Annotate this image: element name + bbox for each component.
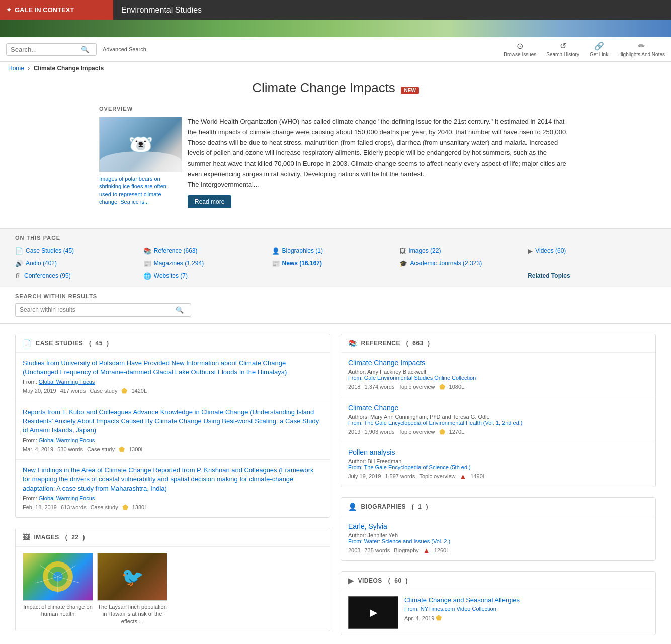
overview-label: OVERVIEW: [99, 106, 572, 112]
play-icon: ▶: [370, 606, 377, 618]
case-meta-2: Feb. 18, 2019 613 words Case study ⬟ 138…: [23, 503, 323, 511]
ref-source-0[interactable]: From: Gale Environmental Studies Online …: [348, 375, 648, 381]
image-caption[interactable]: Images of polar bears on shrinking ice f…: [99, 175, 180, 206]
finch-icon: 🐦: [121, 567, 144, 588]
overview-section: OVERVIEW 🐻‍❄️ Images of polar bears on s…: [99, 106, 572, 208]
images-grid: Impact of climate change on human health…: [16, 547, 330, 631]
case-studies-count: (: [87, 340, 91, 347]
ref-source-2[interactable]: From: The Gale Encyclopedia of Science (…: [348, 464, 648, 470]
breadcrumb-separator: ›: [28, 65, 30, 72]
image-caption-0: Impact of climate change on human health: [23, 603, 93, 618]
overview-text: The World Health Organization (WHO) has …: [188, 117, 572, 208]
news-icon: 📰: [272, 260, 280, 267]
read-more-button[interactable]: Read more: [188, 195, 231, 208]
ref-level-icon-2: ▲: [460, 472, 467, 480]
ref-source-1[interactable]: From: The Gale Encyclopedia of Environme…: [348, 420, 648, 426]
search-within-icon[interactable]: 🔍: [176, 306, 184, 314]
video-title-0[interactable]: Climate Change and Seasonal Allergies: [404, 596, 520, 604]
brand-name: GALE IN CONTEXT: [15, 6, 74, 14]
ref-meta-2: July 19, 2019 1,597 words Topic overview…: [348, 472, 648, 480]
overview-image-wrap: 🐻‍❄️ Images of polar bears on shrinking …: [99, 117, 180, 208]
academic-journals-icon: 🎓: [399, 260, 407, 267]
reference-icon: 📚: [143, 247, 151, 255]
browse-issues-icon: ⊙: [517, 41, 523, 51]
biographies-header: 👤 BIOGRAPHIES (1): [341, 498, 655, 516]
search-within-input[interactable]: [20, 306, 176, 313]
on-this-page-section: ON THIS PAGE 📄 Case Studies (45) 📚 Refer…: [0, 228, 671, 287]
magazines-icon: 📰: [143, 260, 151, 267]
conferences-icon: 🗓: [15, 272, 22, 280]
nav-item-case-studies[interactable]: 📄 Case Studies (45): [15, 246, 143, 256]
climate-health-chart: [25, 555, 91, 598]
get-link-button[interactable]: 🔗 Get Link: [590, 41, 608, 57]
image-caption-1: The Laysan finch population in Hawaii is…: [97, 603, 167, 625]
nav-grid: 📄 Case Studies (45) 📚 Reference (663) 👤 …: [15, 246, 656, 281]
video-source-0[interactable]: From: NYTimes.com Video Collection: [404, 606, 520, 612]
search-within-section: SEARCH WITHIN RESULTS 🔍: [0, 287, 671, 324]
hero-banner: [0, 20, 671, 37]
page-title-wrap: Climate Change Impacts New: [99, 80, 572, 96]
case-source-link-2[interactable]: Global Warming Focus: [39, 495, 95, 501]
biographies-section-icon: 👤: [348, 503, 357, 511]
level-icon-2: ⬟: [122, 503, 128, 511]
level-icon-0: ⬟: [121, 387, 127, 395]
search-input-wrap[interactable]: 🔍: [6, 43, 97, 56]
new-badge: New: [401, 87, 418, 94]
nav-item-news[interactable]: 📰 News (16,167): [272, 259, 400, 268]
search-within-input-wrap[interactable]: 🔍: [15, 303, 191, 317]
get-link-icon: 🔗: [594, 41, 604, 51]
video-level-icon-0: ⬟: [436, 614, 442, 622]
nav-item-academic-journals[interactable]: 🎓 Academic Journals (2,323): [399, 259, 528, 268]
nav-item-conferences[interactable]: 🗓 Conferences (95): [15, 271, 143, 281]
search-history-icon: ↺: [560, 41, 566, 51]
case-source-0: From: Global Warming Focus: [23, 379, 323, 385]
nav-item-images[interactable]: 🖼 Images (22): [399, 246, 528, 256]
nav-item-magazines[interactable]: 📰 Magazines (1,294): [143, 259, 272, 268]
nav-item-audio[interactable]: 🔊 Audio (402): [15, 259, 143, 268]
search-icon[interactable]: 🔍: [81, 46, 89, 53]
case-source-2: From: Global Warming Focus: [23, 495, 323, 501]
search-input[interactable]: [11, 46, 81, 53]
image-thumb-1[interactable]: 🐦: [97, 553, 167, 601]
breadcrumb-home[interactable]: Home: [8, 65, 24, 72]
header: ✦ GALE IN CONTEXT Environmental Studies: [0, 0, 671, 20]
browse-issues-button[interactable]: ⊙ Browse Issues: [504, 41, 536, 57]
case-source-link-1[interactable]: Global Warming Focus: [39, 437, 95, 443]
images-section-icon: 🖼: [23, 533, 30, 541]
ref-meta-1: 2019 1,903 words Topic overview ⬟ 1270L: [348, 428, 648, 436]
nav-item-biographies[interactable]: 👤 Biographies (1): [272, 246, 400, 256]
breadcrumb: Home › Climate Change Impacts: [0, 62, 671, 75]
search-bar: 🔍 Advanced Search ⊙ Browse Issues ↺ Sear…: [0, 37, 671, 62]
nav-item-reference[interactable]: 📚 Reference (663): [143, 246, 272, 256]
case-title-1[interactable]: Reports from T. Kubo and Colleagues Adva…: [23, 408, 323, 435]
search-history-button[interactable]: ↺ Search History: [546, 41, 579, 57]
nav-item-related-topics[interactable]: Related Topics: [528, 271, 656, 281]
case-item: Reports from T. Kubo and Colleagues Adva…: [16, 401, 330, 460]
case-title-2[interactable]: New Findings in the Area of Climate Chan…: [23, 466, 323, 494]
case-item: New Findings in the Area of Climate Chan…: [16, 460, 330, 518]
polar-bear-image: 🐻‍❄️: [99, 117, 182, 172]
websites-icon: 🌐: [143, 272, 151, 280]
advanced-search-link[interactable]: Advanced Search: [103, 46, 146, 53]
highlights-notes-button[interactable]: ✏ Highlights And Notes: [618, 41, 665, 57]
bio-title-0[interactable]: Earle, Sylvia: [348, 522, 648, 530]
video-thumb-0[interactable]: ▶: [348, 596, 398, 629]
case-title-0[interactable]: Studies from University of Potsdam Have …: [23, 359, 323, 377]
brand-logo[interactable]: ✦ GALE IN CONTEXT: [0, 0, 113, 20]
reference-title: REFERENCE: [361, 340, 401, 347]
videos-section-icon: ▶: [348, 577, 354, 585]
case-studies-section-icon: 📄: [23, 339, 32, 347]
bio-source-0[interactable]: From: Water: Science and Issues (Vol. 2.…: [348, 538, 648, 544]
on-this-page-label: ON THIS PAGE: [15, 235, 656, 241]
ref-title-1[interactable]: Climate Change: [348, 404, 648, 412]
breadcrumb-current: Climate Change Impacts: [34, 65, 104, 72]
case-source-link-0[interactable]: Global Warming Focus: [39, 379, 95, 385]
ref-title-0[interactable]: Climate Change Impacts: [348, 359, 648, 367]
nav-item-websites[interactable]: 🌐 Websites (7): [143, 271, 272, 281]
nav-item-videos[interactable]: ▶ Videos (60): [528, 246, 656, 256]
ref-title-2[interactable]: Pollen analysis: [348, 448, 648, 456]
ref-item-0: Climate Change Impacts Author: Amy Hackn…: [341, 353, 655, 397]
image-thumb-0[interactable]: [23, 553, 93, 601]
level-icon-1: ⬟: [119, 445, 125, 453]
polar-bear-icon: 🐻‍❄️: [128, 133, 153, 156]
